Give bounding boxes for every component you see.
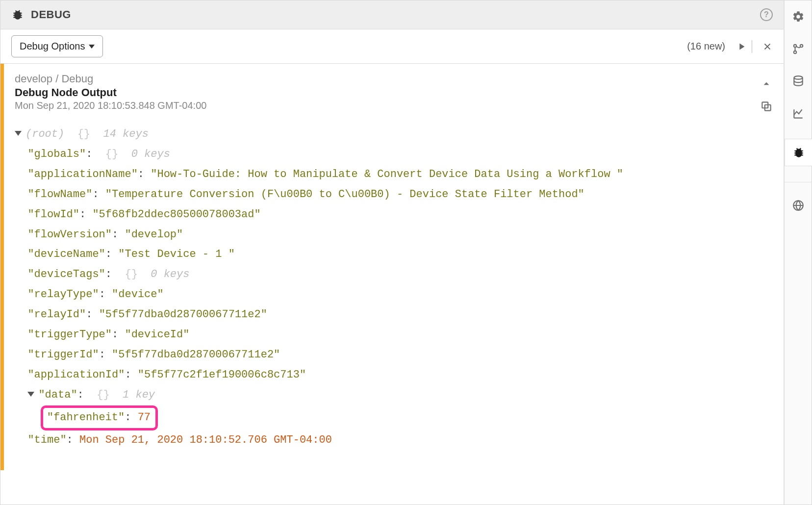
tree-root-row[interactable]: (root) {} 14 keys (15, 125, 773, 145)
entry-path: develop / Debug (15, 73, 760, 85)
tree-row[interactable]: "triggerType": "deviceId" (15, 325, 773, 345)
right-rail (784, 0, 812, 505)
tree-row[interactable]: "applicationName": "How-To-Guide: How to… (15, 165, 773, 185)
tree-row[interactable]: "deviceTags": {} 0 keys (15, 265, 773, 285)
tree-row-fahrenheit[interactable]: "fahrenheit": 77 (15, 405, 773, 430)
settings-tab[interactable] (791, 9, 806, 24)
svg-point-4 (800, 45, 802, 47)
svg-point-3 (793, 51, 796, 53)
copy-button[interactable] (760, 100, 773, 113)
bug-icon (11, 8, 24, 21)
chevron-down-icon (89, 45, 95, 49)
entry-title: Debug Node Output (15, 86, 760, 99)
tree-row[interactable]: "relayId": "5f5f77dba0d28700067711e2" (15, 305, 773, 325)
tree-row[interactable]: "globals": {} 0 keys (15, 145, 773, 165)
tree-row[interactable]: "flowId": "5f68fb2ddec80500078003ad" (15, 205, 773, 225)
metrics-tab[interactable] (791, 106, 806, 121)
svg-point-2 (793, 45, 796, 47)
app-root: DEBUG ? Debug Options (16 new) (0, 0, 812, 505)
rail-divider (785, 182, 812, 182)
collapse-up-button[interactable] (760, 77, 773, 90)
main-column: DEBUG ? Debug Options (16 new) (0, 0, 784, 505)
new-count-label: (16 new) (687, 41, 725, 52)
close-button[interactable] (762, 41, 773, 52)
debug-options-label: Debug Options (20, 41, 85, 52)
versions-tab[interactable] (791, 42, 806, 56)
debug-entry: develop / Debug Debug Node Output Mon Se… (0, 64, 784, 505)
play-forward-button[interactable] (736, 41, 747, 52)
caret-down-icon[interactable] (27, 392, 34, 397)
help-button[interactable]: ? (760, 8, 773, 21)
toolbar: Debug Options (16 new) (0, 29, 784, 64)
json-tree: (root) {} 14 keys "globals": {} 0 keys "… (15, 125, 773, 451)
debug-tab[interactable] (785, 139, 812, 166)
tree-row[interactable]: "time": Mon Sep 21, 2020 18:10:52.706 GM… (15, 430, 773, 451)
svg-point-5 (794, 76, 802, 79)
divider (752, 40, 752, 53)
highlight-annotation: "fahrenheit": 77 (41, 405, 158, 430)
tree-row[interactable]: "flowName": "Temperature Conversion (F\u… (15, 185, 773, 205)
storage-tab[interactable] (791, 74, 806, 89)
globe-tab[interactable] (791, 198, 806, 213)
tree-row[interactable]: "flowVersion": "develop" (15, 225, 773, 245)
entry-timestamp: Mon Sep 21, 2020 18:10:53.848 GMT-04:00 (15, 100, 760, 111)
panel-title: DEBUG (31, 8, 71, 21)
tree-row[interactable]: "triggerId": "5f5f77dba0d28700067711e2" (15, 345, 773, 365)
tree-row-data[interactable]: "data": {} 1 key (15, 385, 773, 405)
caret-down-icon[interactable] (15, 131, 22, 136)
tree-row[interactable]: "relayType": "device" (15, 285, 773, 305)
panel-header: DEBUG ? (0, 0, 784, 29)
tree-row[interactable]: "applicationId": "5f5f77c2f1ef190006c8c7… (15, 365, 773, 385)
tree-row[interactable]: "deviceName": "Test Device - 1 " (15, 245, 773, 265)
debug-options-dropdown[interactable]: Debug Options (11, 35, 103, 57)
